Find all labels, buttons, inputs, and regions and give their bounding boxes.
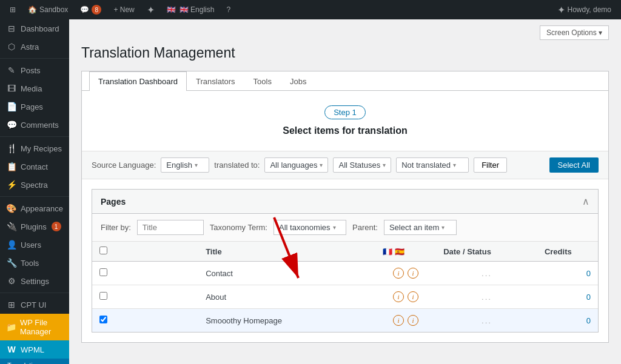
flag-fr: 🇫🇷 [383, 247, 392, 256]
tab-translators[interactable]: Translators [187, 71, 244, 91]
table-row: Contact i i ... [92, 262, 598, 285]
row-smooothy-credits: 0 [537, 309, 598, 333]
contact-flag1-status[interactable]: i [393, 268, 404, 279]
smooothy-flag2-status[interactable]: i [408, 315, 418, 326]
wpml-icon-link[interactable]: ✦ [142, 0, 159, 19]
sidebar-item-filemanager[interactable]: 📁 WP File Manager [0, 314, 69, 340]
source-language-select[interactable]: English ▾ [161, 157, 209, 173]
howdy-menu[interactable]: ✦ Howdy, demo [552, 0, 616, 19]
menu-sep-2 [0, 136, 69, 137]
language-link[interactable]: 🇬🇧 🇬🇧 English [162, 0, 220, 19]
wpml-admin-icon: ✦ [147, 4, 155, 16]
sidebar-item-pages[interactable]: 📄 Pages [0, 98, 69, 116]
tabs-bar: Translation Dashboard Translators Tools … [82, 71, 608, 91]
col-header-flags: 🇫🇷 🇪🇸 [375, 242, 436, 262]
row-about-title: About [198, 285, 375, 309]
row-about-checkbox[interactable] [99, 292, 107, 300]
select-all-button[interactable]: Select All [549, 157, 599, 173]
contact-flag2-status[interactable]: i [408, 268, 418, 279]
title-filter-input[interactable] [137, 220, 204, 235]
row-smooothy-checkbox-cell [92, 309, 198, 333]
about-flag1-status[interactable]: i [393, 291, 404, 302]
sidebar-item-astra[interactable]: ⬡ Astra [0, 38, 69, 56]
table-row: Smooothy Homepage i i ... [92, 309, 598, 333]
tab-tools[interactable]: Tools [244, 71, 281, 91]
spectra-icon: ⚡ [6, 180, 17, 190]
row-contact-checkbox[interactable] [99, 268, 107, 276]
screen-options-button[interactable]: Screen Options ▾ [540, 25, 609, 40]
menu-sep-4 [0, 293, 69, 293]
help-link[interactable]: ? [221, 0, 235, 19]
row-about-credits: 0 [537, 285, 598, 309]
about-flag2-status[interactable]: i [408, 291, 418, 302]
language-label: 🇬🇧 English [180, 5, 215, 14]
sidebar-item-wpml[interactable]: W WPML [0, 340, 69, 359]
row-smooothy-title: Smooothy Homepage [198, 309, 375, 333]
wpml-section: W WPML Translation Management Languages … [0, 340, 69, 364]
sidebar-item-cptui[interactable]: ⊞ CPT UI [0, 296, 69, 314]
taxonomy-label: Taxonomy Term: [210, 223, 267, 232]
tab-jobs[interactable]: Jobs [281, 71, 315, 91]
comment-icon: 💬 [80, 5, 89, 14]
col-header-date: Date / Status [436, 242, 537, 262]
new-link[interactable]: + New [109, 0, 139, 19]
sandbox-link[interactable]: 🏠 Sandbox [23, 0, 73, 19]
smooothy-flag1-status[interactable]: i [393, 315, 404, 326]
sidebar-subitem-translation-management[interactable]: Translation Management [0, 359, 69, 364]
filter-button[interactable]: Filter [474, 157, 507, 173]
settings-icon: ⚙ [6, 276, 17, 286]
not-translated-select[interactable]: Not translated ▾ [396, 157, 469, 173]
row-smooothy-checkbox[interactable] [99, 316, 107, 323]
step-title: Select items for translation [96, 125, 594, 136]
table-header: Title 🇫🇷 🇪🇸 Date / Status [92, 242, 598, 262]
sidebar-item-dashboard[interactable]: ⊟ Dashboard [0, 19, 69, 38]
parent-select[interactable]: Select an item ▾ [384, 220, 457, 235]
tab-translation-dashboard[interactable]: Translation Dashboard [89, 71, 187, 91]
row-smooothy-date: ... [436, 309, 537, 333]
table-body: Contact i i ... [92, 262, 598, 333]
filter-by-label: Filter by: [101, 223, 131, 232]
collapse-pages-icon[interactable]: ∧ [582, 196, 589, 207]
sidebar-item-plugins[interactable]: 🔌 Plugins 1 [0, 217, 69, 236]
source-language-chevron: ▾ [195, 162, 198, 168]
all-languages-select[interactable]: All languages ▾ [264, 157, 328, 173]
row-smooothy-flags: i i [375, 309, 436, 333]
plugins-badge: 1 [52, 222, 61, 231]
pages-table: Title 🇫🇷 🇪🇸 Date / Status [92, 242, 598, 332]
sidebar-item-recipes[interactable]: 🍴 My Recipes [0, 139, 69, 157]
not-translated-chevron: ▾ [453, 162, 456, 168]
pages-filter-bar: Filter by: Taxonomy Term: All taxonomies… [92, 214, 598, 242]
row-contact-date: ... [436, 262, 537, 285]
taxonomy-select[interactable]: All taxonomies ▾ [274, 220, 346, 235]
sidebar-item-tools[interactable]: 🔧 Tools [0, 254, 69, 272]
sidebar-item-contact[interactable]: 📋 Contact [0, 157, 69, 176]
sidebar-item-settings[interactable]: ⚙ Settings [0, 272, 69, 290]
content-box: Translation Dashboard Translators Tools … [81, 71, 609, 343]
sidebar-item-comments[interactable]: 💬 Comments [0, 116, 69, 134]
row-contact-checkbox-cell [92, 262, 198, 285]
flag-es: 🇪🇸 [395, 247, 404, 256]
translated-to-label: translated to: [214, 160, 260, 170]
cptui-icon: ⊞ [6, 300, 17, 309]
plugins-icon: 🔌 [6, 222, 17, 231]
wp-logo[interactable]: ⊞ [5, 0, 21, 19]
sidebar-item-users[interactable]: 👤 Users [0, 236, 69, 254]
col-header-title: Title [198, 242, 375, 262]
select-all-checkbox[interactable] [99, 247, 107, 254]
sidebar-item-appearance[interactable]: 🎨 Appearance [0, 199, 69, 217]
table-container: Title 🇫🇷 🇪🇸 Date / Status [92, 242, 598, 332]
howdy-icon: ✦ [557, 4, 565, 16]
pages-section: Pages ∧ Filter by: Taxonomy Term: All ta… [92, 189, 599, 333]
row-contact-title: Contact [198, 262, 375, 285]
comments-link[interactable]: 💬 8 [75, 0, 106, 19]
pages-icon: 📄 [6, 102, 17, 111]
all-statuses-select[interactable]: All Statuses ▾ [333, 157, 391, 173]
row-contact-flags: i i [375, 262, 436, 285]
sidebar-item-media[interactable]: 🎞 Media [0, 79, 69, 98]
sidebar-item-posts[interactable]: ✎ Posts [0, 61, 69, 79]
tools-icon: 🔧 [6, 258, 17, 268]
sidebar-item-spectra[interactable]: ⚡ Spectra [0, 176, 69, 194]
parent-chevron: ▾ [441, 224, 445, 231]
row-about-flags: i i [375, 285, 436, 309]
contact-icon: 📋 [6, 162, 17, 171]
